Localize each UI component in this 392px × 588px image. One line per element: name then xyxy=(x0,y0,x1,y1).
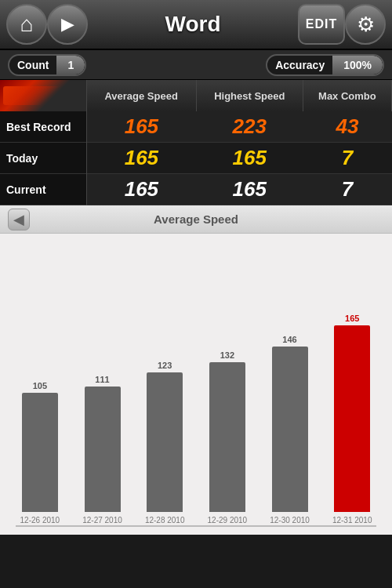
bar xyxy=(272,347,308,512)
bar xyxy=(334,325,370,512)
bar-value-label: 132 xyxy=(220,350,234,360)
table-row-today: Today 165 165 7 xyxy=(0,143,392,174)
bar-value-label: 111 xyxy=(95,375,109,384)
cell-best-combo: 43 xyxy=(303,111,391,143)
bar xyxy=(22,393,58,512)
stats-bar: Count 1 Accuracy 100% xyxy=(0,50,392,80)
table-header-max-combo: Max Combo xyxy=(303,80,391,111)
bar-group: 11112-27 2010 xyxy=(74,375,131,525)
bar-chart-container: 10512-26 201011112-27 201012312-28 20101… xyxy=(0,234,392,535)
bar-date-label: 12-26 2010 xyxy=(20,515,60,525)
bar-group: 14612-30 2010 xyxy=(262,335,318,525)
accuracy-pill: Accuracy 100% xyxy=(266,54,384,76)
cell-current-highest: 165 xyxy=(196,174,303,205)
edit-button[interactable]: EDIT xyxy=(298,4,345,45)
bar-group: 16512-31 2010 xyxy=(324,314,380,525)
bar-group: 10512-26 2010 xyxy=(12,381,68,525)
row-label-current: Current xyxy=(0,174,86,205)
cell-best-avg: 165 xyxy=(86,111,196,143)
count-label: Count xyxy=(9,59,56,71)
left-arrow-icon xyxy=(13,211,24,228)
cell-current-combo: 7 xyxy=(303,174,391,205)
home-icon xyxy=(20,12,34,37)
table-row-current: Current 165 165 7 xyxy=(0,174,392,205)
cell-today-avg: 165 xyxy=(86,143,196,174)
bar-value-label: 105 xyxy=(33,381,47,390)
gear-icon xyxy=(357,13,375,37)
bar-date-label: 12-30 2010 xyxy=(270,515,310,525)
play-icon xyxy=(61,14,74,34)
bar-date-label: 12-29 2010 xyxy=(208,515,248,525)
stats-table: Average Speed Highest Speed Max Combo Be… xyxy=(0,80,392,205)
x-axis xyxy=(16,525,376,527)
cell-best-highest: 223 xyxy=(196,111,303,143)
bar-group: 12312-28 2010 xyxy=(136,361,193,525)
settings-button[interactable] xyxy=(345,4,386,45)
bar xyxy=(209,362,245,512)
row-label-best: Best Record xyxy=(0,111,86,143)
bar-value-label: 146 xyxy=(282,335,296,344)
bar-date-label: 12-31 2010 xyxy=(332,515,372,525)
cell-current-avg: 165 xyxy=(86,174,196,205)
table-header-avg-speed: Average Speed xyxy=(86,80,196,111)
header: Word EDIT xyxy=(0,0,392,50)
play-button[interactable] xyxy=(47,4,88,45)
edit-label: EDIT xyxy=(306,17,337,31)
bar xyxy=(147,372,183,512)
table-header-empty xyxy=(0,80,86,111)
bar-date-label: 12-27 2010 xyxy=(82,515,122,525)
bar-value-label: 165 xyxy=(345,314,359,323)
chart-title: Average Speed xyxy=(154,212,238,226)
bar-group: 13212-29 2010 xyxy=(199,350,256,525)
chart-back-button[interactable] xyxy=(8,209,30,230)
chart-area: Average Speed 10512-26 201011112-27 2010… xyxy=(0,205,392,535)
cell-today-highest: 165 xyxy=(196,143,303,174)
home-button[interactable] xyxy=(6,4,47,45)
count-value: 1 xyxy=(56,56,85,74)
bar-date-label: 12-28 2010 xyxy=(145,515,185,525)
bar-value-label: 123 xyxy=(158,361,172,370)
bar xyxy=(85,387,121,512)
accuracy-value: 100% xyxy=(332,56,383,74)
accuracy-label: Accuracy xyxy=(267,59,332,71)
table-header-highest-speed: Highest Speed xyxy=(196,80,303,111)
table-row-best: Best Record 165 223 43 xyxy=(0,111,392,143)
cell-today-combo: 7 xyxy=(303,143,391,174)
page-title: Word xyxy=(88,12,298,37)
row-label-today: Today xyxy=(0,143,86,174)
chart-header: Average Speed xyxy=(0,205,392,234)
bar-chart: 10512-26 201011112-27 201012312-28 20101… xyxy=(8,249,384,525)
count-pill: Count 1 xyxy=(8,54,86,76)
